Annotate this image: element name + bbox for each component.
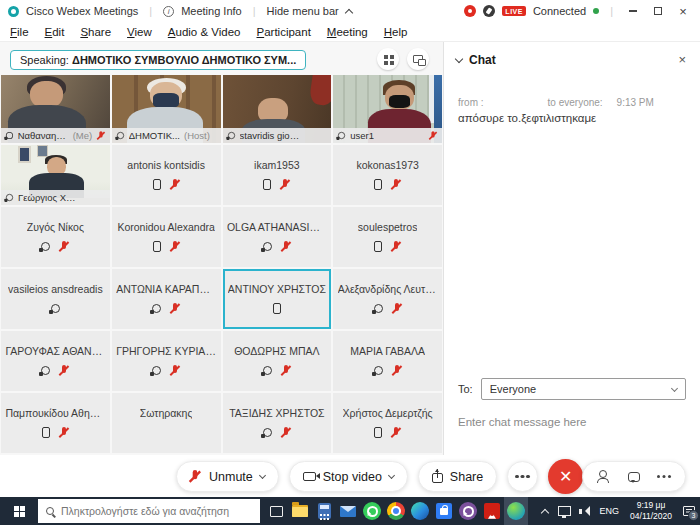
participant-cell[interactable]: Γεώργιος Χατζη... (1, 145, 110, 205)
calculator-taskbar-icon[interactable] (312, 497, 336, 525)
participant-cell[interactable]: Ναθαναηλί...(Me) (1, 75, 110, 143)
menu-file[interactable]: File (10, 26, 29, 38)
chat-message-input[interactable]: Enter chat message here (458, 416, 686, 428)
muted-mic-icon (59, 365, 69, 377)
unmute-label: Unmute (209, 470, 253, 484)
participant-cell[interactable]: ΓΑΡΟΥΦΑΣ ΑΘΑΝΑΣΙΟΣ (1, 331, 110, 391)
participant-name: Χρήστος Δεμερτζής (343, 407, 433, 419)
hide-menu-bar-button[interactable]: Hide menu bar (267, 5, 339, 17)
file-explorer-taskbar-icon[interactable] (288, 497, 312, 525)
participant-name: Koronidou Alexandra (117, 221, 215, 233)
participant-cell[interactable]: OLGA ATHANASIADOU (223, 207, 332, 267)
muted-mic-icon (59, 427, 69, 439)
participant-cell[interactable]: ΑΝΤΙΝΟΥ ΧΡΗΣΤΟΣ (223, 269, 332, 329)
participant-name: Σωτηρακης (140, 407, 193, 419)
task-view-button[interactable] (264, 497, 288, 525)
participant-cell[interactable]: antonis kontsidis (112, 145, 221, 205)
participant-status-icons (374, 364, 402, 377)
mail-taskbar-icon[interactable] (336, 497, 360, 525)
headset-icon (374, 304, 383, 313)
participant-cell[interactable]: Koronidou Alexandra (112, 207, 221, 267)
participant-label: Γεώργιος Χατζη... (1, 190, 110, 205)
menu-participant[interactable]: Participant (257, 26, 311, 38)
floating-view-button[interactable] (407, 48, 429, 70)
chat-message: from : to everyone: 9:13 PM απόσυρε το.ξ… (444, 73, 700, 124)
participant-cell[interactable]: ΤΑΞΙΔΗΣ ΧΡΗΣΤΟΣ (223, 393, 332, 453)
chrome-taskbar-icon[interactable] (384, 497, 408, 525)
participant-status-icons (51, 302, 60, 315)
unmute-options-chevron-icon[interactable] (259, 472, 266, 479)
close-button[interactable]: × (674, 3, 692, 19)
participant-cell[interactable]: ikam1953 (223, 145, 332, 205)
participant-cell[interactable]: vasileios ansdreadis (1, 269, 110, 329)
whatsapp-taskbar-icon[interactable] (360, 497, 384, 525)
key-icon (483, 5, 495, 17)
participant-cell[interactable]: ΜΑΡΙΑ ΓΑΒΑΛΑ (333, 331, 442, 391)
participant-cell[interactable]: Σωτηρακης (112, 393, 221, 453)
search-input[interactable] (61, 505, 252, 517)
participant-cell[interactable]: Αλεξανδρίδης Λευτέρης (333, 269, 442, 329)
maximize-button[interactable] (649, 3, 667, 19)
more-options-button[interactable] (507, 461, 538, 492)
participant-cell[interactable]: Παμπουκίδου Αθηνά Ν... (1, 393, 110, 453)
participant-cell[interactable]: ΑΝΤΩΝΙΑ ΚΑΡΑΠΟΥΛΟ... (112, 269, 221, 329)
menu-share[interactable]: Share (80, 26, 111, 38)
menu-view[interactable]: View (127, 26, 152, 38)
participant-name: user1 (350, 130, 374, 141)
share-button[interactable]: Share (418, 461, 497, 492)
stop-video-button[interactable]: Stop video (289, 461, 408, 492)
participant-cell[interactable]: ΓΡΗΓΟΡΗΣ ΚΥΡΙΑΚΙΔΗΣ (112, 331, 221, 391)
chat-panel: Chat × from : to everyone: 9:13 PM απόσυ… (443, 42, 700, 455)
chat-close-button[interactable]: × (678, 52, 686, 67)
menu-edit[interactable]: Edit (45, 26, 65, 38)
participant-cell[interactable]: Χρήστος Δεμερτζής (333, 393, 442, 453)
chat-collapse-chevron-icon[interactable] (455, 54, 463, 62)
headset-icon (152, 366, 161, 375)
viber-taskbar-icon[interactable] (456, 497, 480, 525)
panels-more-button[interactable] (657, 475, 661, 479)
ellipsis-icon (515, 475, 519, 479)
video-area: Speaking: ΔΗΜΟΤΙΚΟ ΣΥΜΒΟΥΛΙΟ ΔΗΜΟΤΙΚΟ ΣΥ… (0, 42, 443, 455)
chat-panel-button[interactable] (628, 472, 640, 482)
acrobat-taskbar-icon[interactable] (480, 497, 504, 525)
chat-recipient-select[interactable]: Everyone (481, 378, 686, 400)
participant-cell[interactable]: ΔΗΜΟΤΙΚ...(Host) (112, 75, 221, 143)
participant-cell[interactable]: user1 (333, 75, 442, 143)
grid-view-button[interactable] (377, 48, 399, 70)
participant-role: (Host) (184, 130, 210, 141)
taskbar-clock[interactable]: 9:19 μμ 04/11/2020 (624, 500, 678, 521)
tray-expand-button[interactable] (535, 497, 555, 525)
participant-label: Ναθαναηλί...(Me) (1, 128, 110, 143)
minimize-button[interactable] (624, 3, 642, 19)
participant-cell[interactable]: Ζυγός Νίκος (1, 207, 110, 267)
divider: | (253, 5, 256, 17)
participant-cell[interactable]: stavridis giorgos (223, 75, 332, 143)
speaking-indicator: Speaking: ΔΗΜΟΤΙΚΟ ΣΥΜΒΟΥΛΙΟ ΔΗΜΟΤΙΚΟ ΣΥ… (10, 50, 306, 70)
unmute-button[interactable]: Unmute (176, 461, 279, 492)
muted-mic-icon (170, 365, 180, 377)
participant-grid: Ναθαναηλί...(Me)ΔΗΜΟΤΙΚ...(Host)stavridi… (1, 75, 442, 453)
participants-panel-button[interactable] (597, 470, 611, 483)
network-tray-button[interactable] (555, 497, 575, 525)
start-button[interactable] (0, 497, 38, 525)
headset-icon (6, 132, 13, 139)
taskbar-search-box[interactable] (38, 499, 260, 523)
edge-taskbar-icon[interactable] (408, 497, 432, 525)
meeting-info-button[interactable]: Meeting Info (181, 5, 242, 17)
participant-cell[interactable]: kokonas1973 (333, 145, 442, 205)
muted-mic-icon (97, 131, 105, 141)
volume-tray-button[interactable] (575, 497, 595, 525)
action-center-button[interactable]: 3 (678, 497, 700, 525)
menu-meeting[interactable]: Meeting (327, 26, 368, 38)
webex-taskbar-icon[interactable] (504, 497, 528, 525)
store-taskbar-icon[interactable] (432, 497, 456, 525)
participant-name: Αλεξανδρίδης Λευτέρης (338, 283, 438, 295)
leave-meeting-button[interactable]: ✕ (548, 459, 583, 494)
video-options-chevron-icon[interactable] (388, 472, 395, 479)
participant-status-icons (152, 364, 180, 377)
participant-cell[interactable]: soulespetros (333, 207, 442, 267)
menu-help[interactable]: Help (384, 26, 408, 38)
language-indicator[interactable]: ENG (595, 506, 625, 516)
participant-cell[interactable]: ΘΟΔΩΡΗΣ ΜΠΑΛ (223, 331, 332, 391)
menu-audio-video[interactable]: Audio & Video (168, 26, 241, 38)
